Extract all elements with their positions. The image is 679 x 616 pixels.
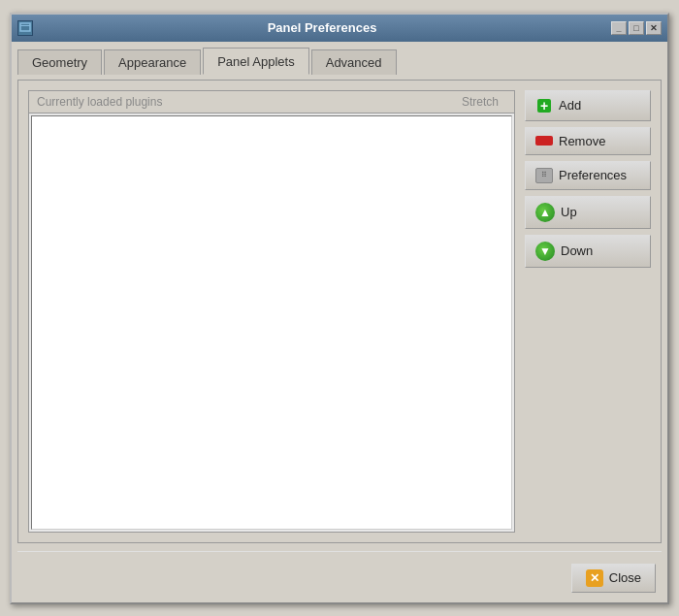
- close-icon: ✕: [586, 569, 603, 587]
- up-icon: ▲: [535, 203, 555, 222]
- remove-button[interactable]: Remove: [525, 127, 651, 155]
- titlebar-buttons: _ □ ✕: [611, 21, 662, 35]
- up-button[interactable]: ▲ Up: [525, 196, 651, 229]
- close-window-button[interactable]: ✕: [646, 21, 662, 35]
- footer-separator: [17, 551, 662, 552]
- svg-rect-1: [20, 25, 30, 26]
- bottom-bar: ✕ Close: [17, 560, 662, 597]
- col-header-name: Currently loaded plugins: [37, 95, 462, 109]
- window-title: Panel Preferences: [33, 20, 611, 35]
- col-header-stretch: Stretch: [462, 95, 506, 109]
- add-icon: [535, 97, 553, 114]
- prefs-icon: ⠿: [535, 168, 553, 183]
- minimize-button[interactable]: _: [611, 21, 627, 35]
- side-button-panel: Add Remove ⠿ Preferences ▲ Up ▼ Down: [525, 90, 651, 533]
- titlebar: Panel Preferences _ □ ✕: [12, 15, 667, 42]
- plugin-list-header: Currently loaded plugins Stretch: [29, 91, 514, 113]
- add-button[interactable]: Add: [525, 90, 651, 121]
- window-icon: [17, 20, 33, 36]
- preferences-button[interactable]: ⠿ Preferences: [525, 161, 651, 190]
- maximize-button[interactable]: □: [629, 21, 644, 35]
- remove-icon: [535, 136, 553, 146]
- tab-geometry[interactable]: Geometry: [17, 49, 102, 75]
- tab-panel-content: Currently loaded plugins Stretch Add Rem…: [17, 80, 662, 543]
- tab-advanced[interactable]: Advanced: [311, 49, 397, 75]
- tab-bar: Geometry Appearance Panel Applets Advanc…: [17, 48, 662, 75]
- window-content: Geometry Appearance Panel Applets Advanc…: [12, 42, 667, 602]
- close-button[interactable]: ✕ Close: [571, 564, 656, 593]
- tab-panel-applets[interactable]: Panel Applets: [203, 48, 309, 75]
- panel-preferences-window: Panel Preferences _ □ ✕ Geometry Appeara…: [10, 13, 669, 604]
- svg-rect-0: [20, 23, 30, 31]
- down-icon: ▼: [535, 242, 555, 261]
- plugin-list-body[interactable]: [31, 115, 512, 530]
- plugin-list-area: Currently loaded plugins Stretch: [28, 90, 515, 533]
- tab-appearance[interactable]: Appearance: [104, 49, 201, 75]
- down-button[interactable]: ▼ Down: [525, 235, 651, 268]
- titlebar-left: [17, 20, 33, 36]
